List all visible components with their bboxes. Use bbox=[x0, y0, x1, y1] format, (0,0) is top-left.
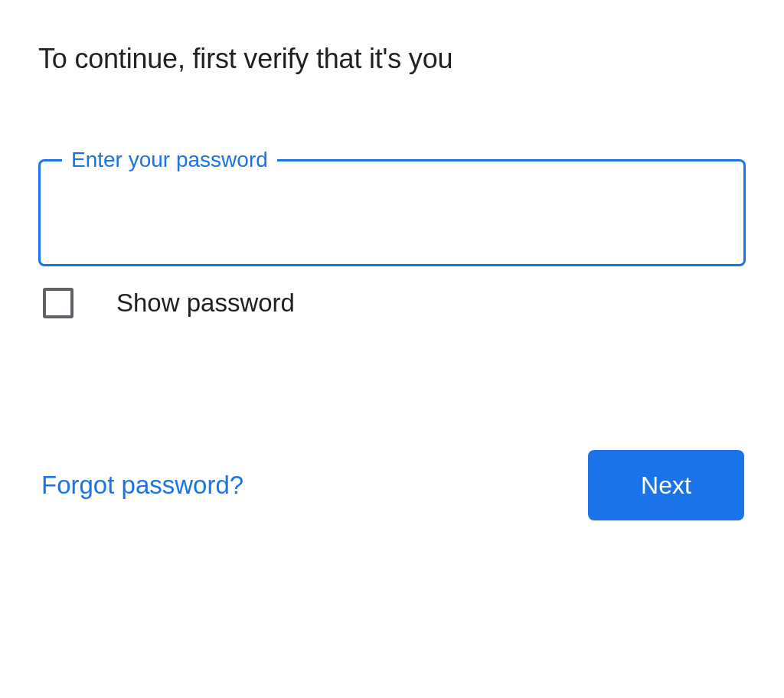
password-field-wrapper: Enter your password bbox=[38, 159, 746, 266]
page-heading: To continue, first verify that it's you bbox=[38, 43, 746, 75]
forgot-password-link[interactable]: Forgot password? bbox=[41, 471, 243, 500]
show-password-checkbox[interactable] bbox=[43, 288, 74, 318]
next-button[interactable]: Next bbox=[588, 450, 744, 520]
show-password-row: Show password bbox=[38, 288, 746, 318]
password-field-border: Enter your password bbox=[38, 159, 746, 266]
password-verify-form: To continue, first verify that it's you … bbox=[0, 0, 784, 520]
actions-row: Forgot password? Next bbox=[38, 450, 746, 520]
password-input[interactable] bbox=[42, 163, 742, 263]
show-password-label[interactable]: Show password bbox=[116, 289, 295, 318]
